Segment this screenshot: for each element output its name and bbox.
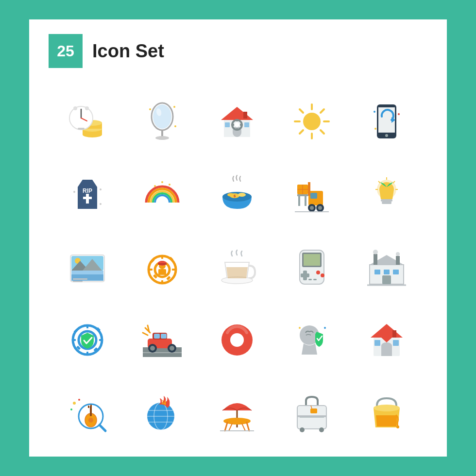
svg-point-9 xyxy=(73,106,77,110)
svg-rect-70 xyxy=(305,196,306,206)
svg-rect-146 xyxy=(161,334,167,339)
svg-rect-135 xyxy=(72,339,76,341)
svg-rect-118 xyxy=(308,279,312,280)
svg-rect-11 xyxy=(78,128,85,130)
svg-rect-28 xyxy=(240,124,242,126)
svg-line-152 xyxy=(143,333,148,335)
svg-rect-119 xyxy=(313,279,317,280)
svg-point-46 xyxy=(398,113,400,115)
icon-factory xyxy=(353,233,421,301)
svg-point-117 xyxy=(321,273,324,277)
svg-line-83 xyxy=(393,181,395,183)
icon-grid: RIP xyxy=(49,83,427,452)
svg-line-182 xyxy=(225,423,227,431)
icon-tea-cup xyxy=(203,233,271,301)
svg-marker-20 xyxy=(221,107,253,120)
svg-rect-122 xyxy=(374,254,377,265)
svg-rect-95 xyxy=(73,281,83,282)
icon-rainbow xyxy=(128,160,196,228)
svg-rect-72 xyxy=(308,182,310,196)
main-card: 25 Icon Set xyxy=(29,19,447,457)
icon-worker-gear xyxy=(128,233,196,301)
icon-luggage xyxy=(278,379,346,447)
svg-rect-161 xyxy=(392,330,396,338)
svg-rect-81 xyxy=(382,202,391,204)
icon-count: 25 xyxy=(49,34,83,68)
svg-rect-25 xyxy=(236,119,238,121)
svg-rect-29 xyxy=(243,112,247,119)
svg-rect-168 xyxy=(90,406,92,416)
svg-point-43 xyxy=(385,134,388,137)
svg-rect-192 xyxy=(310,408,317,413)
icon-house-gear xyxy=(203,87,271,155)
svg-line-183 xyxy=(247,423,249,431)
svg-point-77 xyxy=(318,206,322,210)
icon-pet-house xyxy=(353,306,421,374)
svg-rect-109 xyxy=(158,269,166,275)
svg-rect-134 xyxy=(86,352,88,356)
svg-rect-170 xyxy=(90,405,92,407)
svg-point-157 xyxy=(299,327,301,329)
svg-rect-127 xyxy=(384,270,390,274)
icon-security-gear xyxy=(53,306,121,374)
svg-rect-99 xyxy=(161,280,163,284)
svg-rect-31 xyxy=(244,122,249,127)
svg-line-171 xyxy=(100,425,105,431)
svg-point-45 xyxy=(374,111,375,113)
icon-coffin-rip: RIP xyxy=(53,160,121,228)
svg-rect-101 xyxy=(172,269,176,271)
svg-rect-50 xyxy=(83,197,92,199)
svg-point-53 xyxy=(100,203,102,205)
svg-rect-113 xyxy=(304,254,320,266)
svg-point-167 xyxy=(88,418,93,423)
svg-point-150 xyxy=(170,346,174,351)
svg-point-52 xyxy=(100,188,102,190)
svg-line-39 xyxy=(321,109,324,113)
svg-point-63 xyxy=(238,193,246,197)
svg-point-195 xyxy=(396,425,399,428)
svg-text:RIP: RIP xyxy=(83,187,92,194)
svg-point-16 xyxy=(155,136,169,140)
icon-donut xyxy=(203,306,271,374)
svg-rect-108 xyxy=(158,263,167,265)
svg-line-84 xyxy=(378,181,380,183)
svg-rect-30 xyxy=(225,122,230,127)
svg-rect-188 xyxy=(297,415,326,417)
icon-forklift xyxy=(278,160,346,228)
svg-point-51 xyxy=(73,191,75,193)
svg-line-185 xyxy=(242,424,245,431)
icon-sun xyxy=(278,87,346,155)
svg-point-173 xyxy=(78,399,80,401)
icon-banjo xyxy=(53,379,121,447)
svg-marker-159 xyxy=(371,324,403,338)
svg-point-174 xyxy=(70,408,72,410)
icon-globe-fire xyxy=(128,379,196,447)
svg-point-58 xyxy=(169,184,170,186)
svg-line-38 xyxy=(321,130,324,134)
header: 25 Icon Set xyxy=(49,34,427,68)
svg-point-155 xyxy=(230,333,244,347)
svg-line-40 xyxy=(300,130,303,134)
icon-phone-refresh xyxy=(353,87,421,155)
svg-point-172 xyxy=(73,402,76,405)
svg-point-18 xyxy=(173,106,175,108)
svg-rect-73 xyxy=(310,193,317,199)
svg-rect-169 xyxy=(88,406,89,408)
svg-rect-126 xyxy=(374,270,380,274)
icon-car-accident xyxy=(128,306,196,374)
svg-point-32 xyxy=(303,113,321,130)
icon-landscape xyxy=(53,233,121,301)
svg-rect-133 xyxy=(86,324,88,328)
svg-point-124 xyxy=(373,250,378,255)
icon-game-boy xyxy=(278,233,346,301)
svg-rect-128 xyxy=(393,270,399,274)
svg-point-64 xyxy=(227,193,234,197)
svg-rect-162 xyxy=(374,340,380,346)
svg-point-75 xyxy=(310,206,314,210)
svg-rect-115 xyxy=(301,273,309,277)
svg-point-125 xyxy=(396,252,400,256)
svg-rect-129 xyxy=(382,275,391,284)
svg-rect-93 xyxy=(71,274,103,281)
svg-point-158 xyxy=(324,327,326,329)
svg-point-57 xyxy=(154,185,156,187)
